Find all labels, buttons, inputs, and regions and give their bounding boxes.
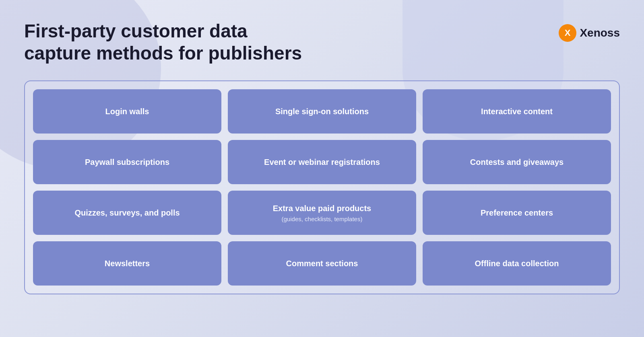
grid-item-extra-value[interactable]: Extra value paid products(guides, checkl…	[228, 191, 416, 235]
logo-text: Xenoss	[580, 27, 620, 39]
page-title: First-party customer data capture method…	[24, 20, 306, 64]
grid-item-main-newsletters: Newsletters	[105, 258, 150, 269]
grid-item-main-extra-value: Extra value paid products	[273, 203, 372, 214]
grid-item-main-offline-data: Offline data collection	[475, 258, 559, 269]
grid-item-main-interactive-content: Interactive content	[481, 106, 553, 117]
svg-text:X: X	[565, 28, 571, 38]
grid-item-main-paywall-subscriptions: Paywall subscriptions	[85, 157, 169, 167]
grid-item-main-comment-sections: Comment sections	[286, 258, 358, 269]
grid-item-quizzes-surveys[interactable]: Quizzes, surveys, and polls	[33, 191, 221, 235]
grid-item-newsletters[interactable]: Newsletters	[33, 241, 221, 286]
grid-item-preference-centers[interactable]: Preference centers	[423, 191, 611, 235]
grid-item-offline-data[interactable]: Offline data collection	[423, 241, 611, 286]
grid-item-main-single-sign-on: Single sign-on solutions	[275, 106, 369, 117]
header: First-party customer data capture method…	[24, 20, 620, 64]
grid-item-main-contests-giveaways: Contests and giveaways	[470, 157, 564, 167]
grid-item-sub-extra-value: (guides, checklists, templates)	[282, 215, 363, 223]
methods-grid: Login wallsSingle sign-on solutionsInter…	[33, 89, 611, 286]
grid-item-event-webinar[interactable]: Event or webinar registrations	[228, 140, 416, 184]
page-container: First-party customer data capture method…	[0, 0, 644, 337]
grid-container: Login wallsSingle sign-on solutionsInter…	[24, 80, 620, 294]
grid-item-main-login-walls: Login walls	[105, 106, 149, 117]
grid-item-main-quizzes-surveys: Quizzes, surveys, and polls	[74, 208, 180, 218]
grid-item-comment-sections[interactable]: Comment sections	[228, 241, 416, 286]
grid-item-interactive-content[interactable]: Interactive content	[423, 89, 611, 134]
grid-item-main-preference-centers: Preference centers	[481, 208, 553, 218]
grid-item-main-event-webinar: Event or webinar registrations	[264, 157, 380, 167]
xenoss-logo-icon: X	[559, 24, 576, 42]
grid-item-paywall-subscriptions[interactable]: Paywall subscriptions	[33, 140, 221, 184]
logo-container: X Xenoss	[559, 24, 620, 42]
grid-item-login-walls[interactable]: Login walls	[33, 89, 221, 134]
grid-item-single-sign-on[interactable]: Single sign-on solutions	[228, 89, 416, 134]
grid-item-contests-giveaways[interactable]: Contests and giveaways	[423, 140, 611, 184]
